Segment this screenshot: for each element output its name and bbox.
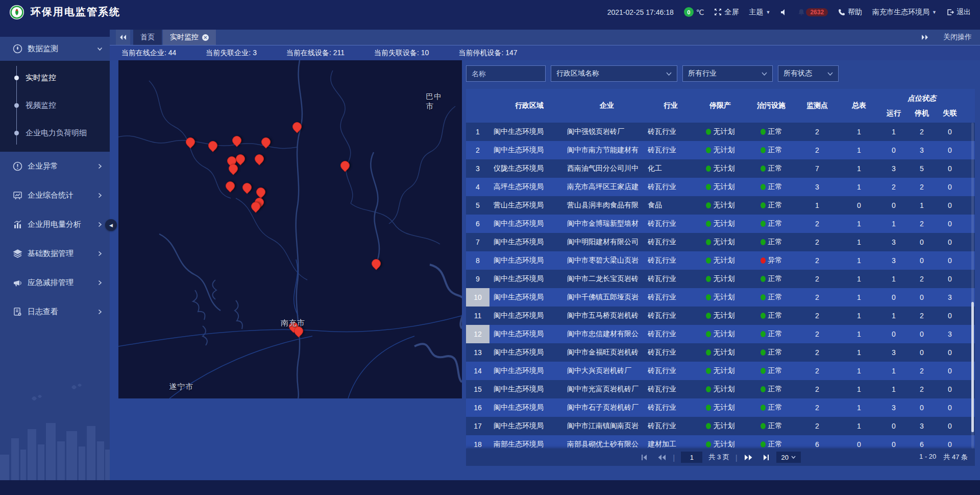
cell-company: 营山县润丰肉食品有限 bbox=[565, 196, 647, 215]
status-dot bbox=[761, 184, 766, 190]
cell-stop-limit: 无计划 bbox=[694, 196, 747, 215]
mute-button[interactable] bbox=[780, 9, 788, 16]
cell-lost: 0 bbox=[936, 251, 964, 270]
table-row[interactable]: 16阆中生态环境局阆中市石子页岩机砖厂砖瓦行业无计划正常21300 bbox=[466, 398, 975, 417]
map-collapse-button[interactable]: ◀ bbox=[105, 219, 117, 231]
table-row[interactable]: 15阆中生态环境局阆中市光富页岩机砖厂砖瓦行业无计划正常21120 bbox=[466, 380, 975, 398]
close-icon[interactable]: ✕ bbox=[202, 34, 209, 41]
table-row[interactable]: 5营山生态环境局营山县润丰肉食品有限食品无计划正常10010 bbox=[466, 196, 975, 215]
cell-region: 阆中生态环境局 bbox=[489, 123, 565, 141]
map-pin[interactable] bbox=[234, 152, 247, 165]
sidebar-group[interactable]: 基础数据管理 bbox=[0, 239, 110, 268]
help-button[interactable]: 帮助 bbox=[838, 8, 862, 17]
status-select[interactable]: 所有状态 bbox=[778, 65, 839, 82]
alarm-button[interactable]: 2632 bbox=[798, 8, 828, 16]
column-group-point-status: 点位状态运行停机失联 bbox=[879, 89, 964, 123]
map-pin[interactable] bbox=[338, 159, 351, 172]
status-dot bbox=[706, 423, 711, 429]
status-dot bbox=[761, 257, 766, 264]
logout-button[interactable]: 退出 bbox=[947, 8, 971, 17]
map-pin[interactable] bbox=[260, 135, 273, 148]
fullscreen-button[interactable]: 全屏 bbox=[714, 8, 739, 17]
status-text: 无计划 bbox=[714, 348, 735, 357]
cell-region: 营山生态环境局 bbox=[489, 196, 565, 215]
status-text: 正常 bbox=[768, 348, 782, 357]
close-operations-button[interactable]: 关闭操作 bbox=[943, 33, 972, 42]
org-dropdown[interactable]: 南充市生态环境局 ▼ bbox=[872, 8, 937, 17]
cell-company: 阆中市忠信建材有限公 bbox=[565, 325, 647, 343]
table-row[interactable]: 7阆中生态环境局阆中明阳建材有限公司砖瓦行业无计划正常21300 bbox=[466, 233, 975, 251]
sidebar-group[interactable]: 日志查看 bbox=[0, 297, 110, 326]
name-search-input[interactable] bbox=[466, 65, 546, 82]
cell-lost: 0 bbox=[936, 398, 964, 417]
sidebar-item[interactable]: 视频监控 bbox=[0, 91, 110, 119]
table-row[interactable]: 6阆中生态环境局阆中市金博瑞新型墙材砖瓦行业无计划正常21120 bbox=[466, 215, 975, 233]
table-row[interactable]: 8阆中生态环境局阆中市枣碧大梁山页岩砖瓦行业无计划异常21300 bbox=[466, 251, 975, 270]
sidebar-group[interactable]: 应急减排管理 bbox=[0, 268, 110, 297]
sidebar-item[interactable]: 实时监控 bbox=[0, 64, 110, 91]
map-panel[interactable]: 巴中市南充市遂宁市 ◀ bbox=[118, 60, 462, 398]
table-row[interactable]: 1阆中生态环境局阆中强锐页岩砖厂砖瓦行业无计划正常21120 bbox=[466, 123, 975, 141]
table-row[interactable]: 13阆中生态环境局阆中市金福旺页岩机砖砖瓦行业无计划正常21300 bbox=[466, 343, 975, 362]
page-size-select[interactable]: 20 bbox=[776, 452, 801, 463]
map-pin[interactable] bbox=[241, 181, 254, 194]
map-pin[interactable] bbox=[255, 185, 267, 198]
status-text: 正常 bbox=[768, 238, 782, 247]
cell-industry: 砖瓦行业 bbox=[647, 288, 694, 307]
tabs-scroll-right-button[interactable] bbox=[920, 32, 930, 42]
table-row[interactable]: 9阆中生态环境局阆中市二龙长宝页岩砖砖瓦行业无计划正常21120 bbox=[466, 270, 975, 288]
map-pin[interactable] bbox=[184, 135, 197, 148]
tab-实时监控[interactable]: 实时监控✕ bbox=[163, 30, 216, 45]
cell-region: 阆中生态环境局 bbox=[489, 215, 565, 233]
page-number-input[interactable]: 1 bbox=[681, 452, 702, 463]
sidebar-item[interactable]: 企业电力负荷明细 bbox=[0, 119, 110, 147]
sidebar-group[interactable]: 企业异常 bbox=[0, 152, 110, 181]
table-row[interactable]: 12阆中生态环境局阆中市忠信建材有限公砖瓦行业无计划正常21003 bbox=[466, 325, 975, 343]
skyline-decoration bbox=[0, 378, 110, 480]
table-row[interactable]: 14阆中生态环境局阆中大兴页岩机砖厂砖瓦行业无计划正常21120 bbox=[466, 362, 975, 380]
map-pin[interactable] bbox=[370, 257, 382, 270]
tab-首页[interactable]: 首页 bbox=[133, 30, 162, 45]
table-row[interactable]: 4高坪生态环境局南充市高坪区王家店建砖瓦行业无计划正常31220 bbox=[466, 178, 975, 196]
table-row[interactable]: 17阆中生态环境局阆中市江南镇阆南页岩砖瓦行业无计划正常21030 bbox=[466, 417, 975, 435]
status-dot bbox=[761, 129, 766, 135]
table-row[interactable]: 18南部生态环境局南部县砌优土砂有限公建材加工无计划正常60060 bbox=[466, 435, 975, 449]
table-row[interactable]: 2阆中生态环境局阆中市南方节能建材有砖瓦行业无计划正常21030 bbox=[466, 141, 975, 159]
status-dot bbox=[761, 239, 766, 245]
map-pin[interactable] bbox=[230, 134, 243, 147]
cell-stop-limit: 无计划 bbox=[694, 325, 747, 343]
chevron-icon bbox=[96, 280, 103, 286]
map-pin[interactable] bbox=[206, 139, 219, 152]
cell-monitor-points: 2 bbox=[796, 380, 839, 398]
cell-pollution-facility: 正常 bbox=[747, 417, 796, 435]
stats-board-icon bbox=[12, 191, 22, 201]
cell-total-meters: 1 bbox=[839, 270, 879, 288]
scrollbar-thumb[interactable] bbox=[971, 302, 974, 432]
cell-pollution-facility: 正常 bbox=[747, 178, 796, 196]
status-dot bbox=[761, 202, 766, 208]
map-pin[interactable] bbox=[224, 179, 236, 192]
status-dot bbox=[761, 294, 766, 300]
table-scrollbar[interactable] bbox=[971, 123, 974, 449]
tabs-scroll-left-button[interactable] bbox=[116, 30, 130, 45]
region-select[interactable]: 行政区域名称 bbox=[551, 65, 677, 82]
sidebar-group[interactable]: 企业综合统计 bbox=[0, 181, 110, 210]
sidebar-group[interactable]: 企业用电量分析 bbox=[0, 210, 110, 239]
next-page-button[interactable] bbox=[744, 452, 754, 462]
sidebar-group[interactable]: 数据监测 bbox=[0, 37, 110, 61]
map-city-label: 遂宁市 bbox=[169, 382, 193, 391]
cell-total-meters: 1 bbox=[839, 325, 879, 343]
table-row[interactable]: 10阆中生态环境局阆中千佛镇五郎垭页岩砖瓦行业无计划正常21003 bbox=[466, 288, 975, 307]
first-page-button[interactable] bbox=[640, 452, 650, 462]
table-row[interactable]: 11阆中生态环境局阆中市五马桥页岩机砖砖瓦行业无计划正常21120 bbox=[466, 307, 975, 325]
map-pin[interactable] bbox=[253, 152, 265, 165]
map-pin[interactable] bbox=[290, 121, 303, 133]
cell-stop-limit: 无计划 bbox=[694, 233, 747, 251]
last-page-button[interactable] bbox=[760, 452, 770, 462]
cell-company: 阆中市五马桥页岩机砖 bbox=[565, 307, 647, 325]
prev-page-button[interactable] bbox=[656, 452, 667, 462]
table-row[interactable]: 3仪陇生态环境局西南油气田分公司川中化工无计划正常71350 bbox=[466, 159, 975, 178]
pagination-bar: | 1 共 3 页 | 20 bbox=[466, 449, 975, 466]
theme-dropdown[interactable]: 主题 ▼ bbox=[749, 8, 770, 17]
industry-select[interactable]: 所有行业 bbox=[682, 65, 773, 82]
